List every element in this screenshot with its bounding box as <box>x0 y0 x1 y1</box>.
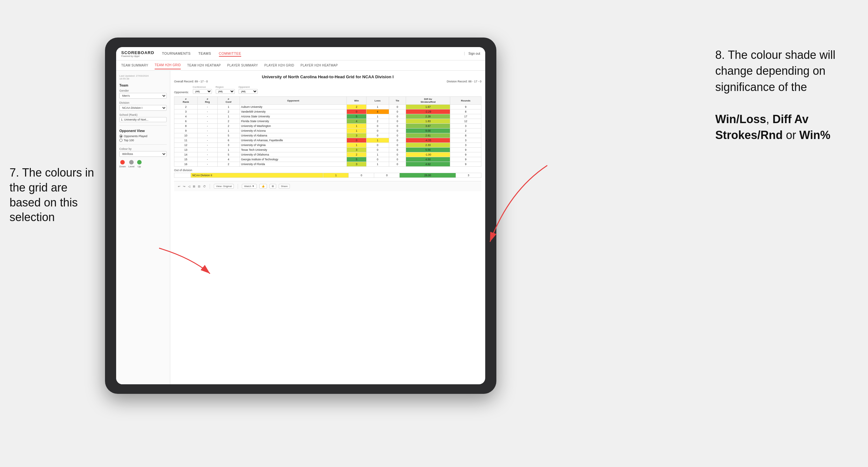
cell-win: 5 <box>347 114 366 119</box>
school-input[interactable] <box>119 117 167 122</box>
cell-reg: - <box>197 162 218 167</box>
gender-select[interactable]: Men's <box>119 93 167 99</box>
cell-rank: 10 <box>174 133 197 138</box>
subnav-team-h2h-heatmap[interactable]: TEAM H2H HEATMAP <box>187 62 221 69</box>
team-section-title: Team <box>119 83 167 87</box>
radio-opponents-dot <box>119 134 123 138</box>
watch-button[interactable]: Watch ▼ <box>242 184 257 189</box>
cell-opponent: Texas Tech University <box>240 148 347 152</box>
cell-win: 5 <box>347 157 366 162</box>
cell-opponent: Arizona State University <box>240 114 347 119</box>
cell-rank: 8 <box>174 124 197 128</box>
cell-reg: - <box>197 124 218 128</box>
cell-loss: 2 <box>366 119 389 124</box>
logo-title: SCOREBOARD <box>121 50 154 55</box>
toolbar-redo[interactable]: ↪ <box>183 185 186 188</box>
nav-bar: SCOREBOARD Powered by clippd TOURNAMENTS… <box>116 47 485 60</box>
cell-rank: 16 <box>174 162 197 167</box>
col-opponent: Opponent <box>240 97 347 105</box>
thumbs-up-button[interactable]: 👍 <box>259 184 267 189</box>
out-of-division-table: NCAA Division II 1 0 0 26.00 3 <box>174 173 482 178</box>
col-loss: Loss <box>366 97 389 105</box>
subnav-player-h2h-grid[interactable]: PLAYER H2H GRID <box>265 62 294 69</box>
overall-record: Overall Record: 89 - 17 - 0 <box>174 80 208 83</box>
ood-diff: 26.00 <box>400 173 456 178</box>
colour-by-select[interactable]: Win/loss <box>119 151 167 157</box>
radio-opponents-played[interactable]: Opponents Played <box>119 134 167 138</box>
table-row: 11 - 6 University of Arkansas, Fayettevi… <box>174 138 482 143</box>
cell-conf: 2 <box>217 162 240 167</box>
legend-level: Level <box>128 160 134 168</box>
colour-legend: Down Level Up <box>119 160 167 168</box>
nav-teams[interactable]: TEAMS <box>198 51 211 57</box>
view-original-button[interactable]: View: Original <box>214 184 234 189</box>
cell-loss: 0 <box>366 143 389 148</box>
cell-win: 2 <box>347 105 366 110</box>
cell-conf: 5 <box>217 152 240 157</box>
cell-conf: 2 <box>217 119 240 124</box>
sub-nav: TEAM SUMMARY TEAM H2H GRID TEAM H2H HEAT… <box>116 60 485 71</box>
ood-loss: 0 <box>349 173 374 178</box>
main-content: Last Updated: 27/03/2024 16:55:38 Team G… <box>116 71 485 384</box>
radio-top100[interactable]: Top 100 <box>119 139 167 142</box>
cell-opponent: Florida State University <box>240 119 347 124</box>
subnav-player-summary[interactable]: PLAYER SUMMARY <box>227 62 258 69</box>
region-select[interactable]: (All) <box>216 89 235 94</box>
cell-loss: 1 <box>366 105 389 110</box>
cell-opponent: Vanderbilt University <box>240 110 347 114</box>
cell-loss: 0 <box>366 133 389 138</box>
cell-conf: 4 <box>217 157 240 162</box>
cell-diff: 9.00 <box>406 128 450 133</box>
cell-loss: 1 <box>366 114 389 119</box>
table-row: 4 - 1 Arizona State University 5 1 0 2.2… <box>174 114 482 119</box>
cell-opponent: University of Virginia <box>240 143 347 148</box>
toolbar-paste[interactable]: ⊟ <box>198 185 200 188</box>
cell-win: 0 <box>347 110 366 114</box>
cell-rank: 14 <box>174 152 197 157</box>
cell-rounds: 3 <box>450 124 482 128</box>
nav-logo: SCOREBOARD Powered by clippd <box>121 50 154 57</box>
cell-opponent: University of Alabama <box>240 133 347 138</box>
share-button[interactable]: Share <box>279 184 290 189</box>
cell-diff: 3.67 <box>406 124 450 128</box>
cell-reg: - <box>197 105 218 110</box>
data-table: #Rank #Reg #Conf Opponent Win Loss Tie D… <box>174 96 482 167</box>
cell-reg: - <box>197 157 218 162</box>
cell-conf: 2 <box>217 110 240 114</box>
table-row: 3 - 2 Vanderbilt University 0 4 0 -2.29 … <box>174 110 482 114</box>
cell-opponent: University of Washington <box>240 124 347 128</box>
subnav-team-h2h-grid[interactable]: TEAM H2H GRID <box>155 61 181 69</box>
cell-rounds: 9 <box>450 105 482 110</box>
toolbar-back[interactable]: ◁ <box>188 185 190 188</box>
legend-level-dot <box>129 160 134 164</box>
cell-loss: 0 <box>366 148 389 152</box>
opponent-select[interactable]: (All) <box>239 89 258 94</box>
col-reg: #Reg <box>197 97 218 105</box>
subnav-player-h2h-heatmap[interactable]: PLAYER H2H HEATMAP <box>301 62 338 69</box>
division-select[interactable]: NCAA Division I <box>119 105 167 111</box>
nav-tournaments[interactable]: TOURNAMENTS <box>162 51 191 57</box>
table-row: 2 - 1 Auburn University 2 1 0 1.67 9 <box>174 105 482 110</box>
annotation-left-text: 7. The colours in the grid are based on … <box>9 165 99 225</box>
cell-tie: 0 <box>389 133 406 138</box>
cell-win: 2 <box>347 152 366 157</box>
col-win: Win <box>347 97 366 105</box>
legend-up: Up <box>137 160 142 168</box>
cell-loss: 0 <box>366 124 389 128</box>
nav-committee[interactable]: COMMITTEE <box>219 51 242 57</box>
cell-reg: - <box>197 148 218 152</box>
grid-view-button[interactable]: ⊞ <box>270 184 276 189</box>
subnav-team-summary[interactable]: TEAM SUMMARY <box>121 62 148 69</box>
cell-win: 1 <box>347 124 366 128</box>
cell-diff: 4.62 <box>406 162 450 167</box>
nav-links: TOURNAMENTS TEAMS COMMITTEE <box>162 51 464 57</box>
toolbar-clock[interactable]: ⏱ <box>203 185 206 188</box>
sign-out-button[interactable]: Sign out <box>464 52 480 55</box>
toolbar-copy[interactable]: ⊞ <box>193 185 195 188</box>
cell-diff: 1.83 <box>406 119 450 124</box>
division-label: Division <box>119 101 167 104</box>
cell-win: 3 <box>347 162 366 167</box>
toolbar-undo[interactable]: ↩ <box>178 185 180 188</box>
cell-diff: 4.50 <box>406 157 450 162</box>
conference-select[interactable]: (All) <box>193 89 212 94</box>
